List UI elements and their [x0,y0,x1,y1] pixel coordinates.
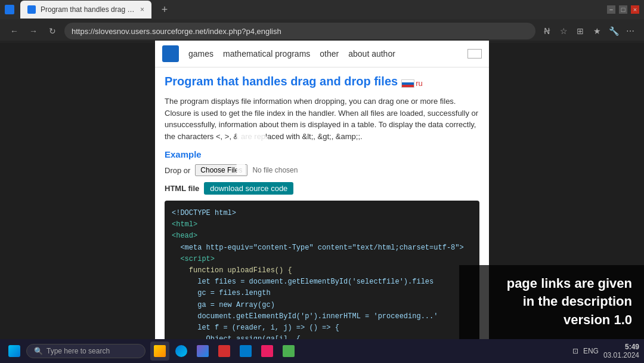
page-description: The program displays file information wh… [165,96,479,142]
clock-time: 5:49 [603,343,639,351]
drop-label: Drop or [165,166,190,175]
title-bar: Program that handles drag and... × + − □… [0,0,644,19]
search-icon: 🔍 [34,347,43,355]
tab-label: Program that handles drag and... [41,5,135,14]
taskbar-app-explorer[interactable] [150,342,169,361]
lang-label: ENG [583,347,599,355]
nav-games[interactable]: games [188,49,213,59]
collections-icon[interactable]: ⊞ [574,24,587,38]
start-button[interactable] [5,342,24,361]
choose-files-button[interactable]: Choose Files [195,164,247,176]
extensions-icon[interactable]: 🔧 [607,24,620,38]
nav-author[interactable]: about author [348,49,395,59]
bookmark-icon[interactable]: ☆ [557,24,570,38]
taskbar: 🔍 Type here to search ⊡ ENG [0,339,644,363]
left-overlay [0,41,155,340]
ru-flag [401,79,414,88]
address-bar: ← → ↻ Ꞥ ☆ ⊞ ★ 🔧 ⋯ [0,19,644,43]
example-heading: Example [165,149,479,159]
clock-date: 03.01.2024 [603,351,639,359]
file-status: No file chosen [252,166,298,174]
more-icon[interactable]: ⋯ [624,24,637,38]
active-tab[interactable]: Program that handles drag and... × [20,1,151,19]
window-controls: − □ × [607,5,639,14]
back-button[interactable]: ← [7,24,21,38]
taskbar-apps [150,342,298,361]
site-logo [162,45,179,62]
page-title: Program that handles drag and drop files [165,75,398,88]
taskbar-app-extra1[interactable] [258,342,277,361]
minimize-button[interactable]: − [607,5,615,14]
html-file-label: HTML file [165,184,199,193]
network-icon: ⊡ [572,347,578,355]
favorites-icon[interactable]: ★ [590,24,603,38]
toolbar-icons: Ꞥ ☆ ⊞ ★ 🔧 ⋯ [540,24,637,38]
page-body: Program that handles drag and drop files… [155,67,489,340]
search-placeholder: Type here to search [47,347,110,355]
html-file-row: HTML file download source code [165,182,479,195]
refresh-button[interactable]: ↻ [45,24,60,38]
sys-tray: ⊡ ENG 5:49 03.01.2024 [572,343,639,359]
page-content: games mathematical programs other about … [155,41,489,340]
taskbar-search[interactable]: 🔍 Type here to search [26,344,145,358]
ru-label: ru [416,79,423,88]
site-navigation: games mathematical programs other about … [155,41,489,67]
nav-other[interactable]: other [320,49,339,59]
bottom-overlay: page links are givenin the descriptionve… [459,265,644,339]
forward-button[interactable]: → [26,24,41,38]
browser-icon [5,5,14,14]
taskbar-app-edge[interactable] [172,342,191,361]
reader-mode-icon[interactable]: Ꞥ [540,24,553,38]
code-block: <!DOCTYPE html><html><head> <meta http-e… [165,201,479,340]
download-button[interactable]: download source code [204,182,293,195]
close-button[interactable]: × [631,5,639,14]
clock: 5:49 03.01.2024 [603,343,639,359]
nav-math[interactable]: mathematical programs [223,49,310,59]
tab-favicon [27,5,36,14]
new-tab-button[interactable]: + [156,1,173,18]
taskbar-app-extra2[interactable] [279,342,298,361]
taskbar-app-store[interactable] [193,342,212,361]
taskbar-app-vscode[interactable] [236,342,255,361]
overlay-text: page links are givenin the descriptionve… [471,275,632,330]
taskbar-app-mail[interactable] [215,342,234,361]
address-input[interactable] [64,23,535,39]
language-toggle[interactable] [467,49,482,59]
tab-close-button[interactable]: × [140,5,144,14]
maximize-button[interactable]: □ [619,5,627,14]
drop-area[interactable]: Drop or Choose Files No file chosen [165,164,479,176]
